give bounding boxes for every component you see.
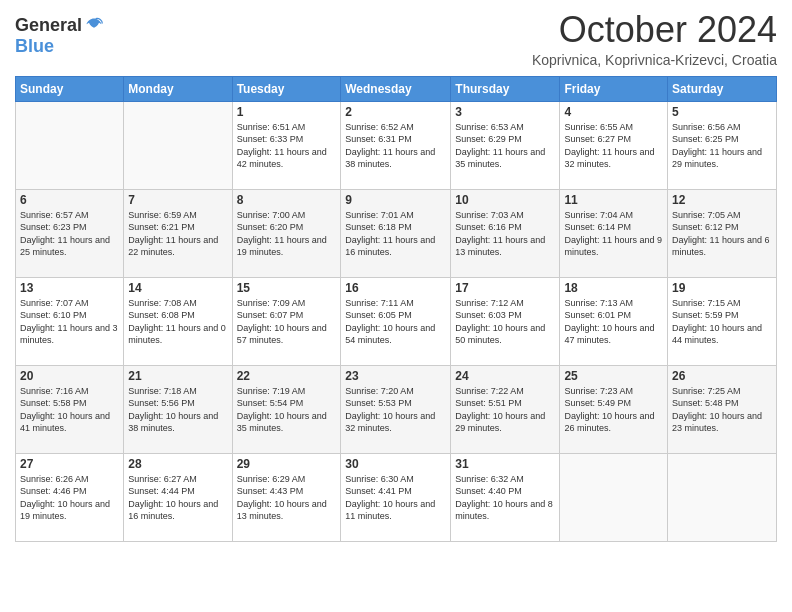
day-info: Sunrise: 6:56 AM Sunset: 6:25 PM Dayligh… (672, 121, 772, 171)
day-number: 21 (128, 369, 227, 383)
day-number: 29 (237, 457, 337, 471)
day-number: 4 (564, 105, 663, 119)
day-number: 17 (455, 281, 555, 295)
calendar-cell: 14Sunrise: 7:08 AM Sunset: 6:08 PM Dayli… (124, 277, 232, 365)
calendar-cell: 13Sunrise: 7:07 AM Sunset: 6:10 PM Dayli… (16, 277, 124, 365)
day-number: 11 (564, 193, 663, 207)
day-number: 19 (672, 281, 772, 295)
day-info: Sunrise: 7:23 AM Sunset: 5:49 PM Dayligh… (564, 385, 663, 435)
day-info: Sunrise: 7:09 AM Sunset: 6:07 PM Dayligh… (237, 297, 337, 347)
day-info: Sunrise: 6:53 AM Sunset: 6:29 PM Dayligh… (455, 121, 555, 171)
calendar-cell (16, 101, 124, 189)
day-info: Sunrise: 6:32 AM Sunset: 4:40 PM Dayligh… (455, 473, 555, 523)
weekday-header-tuesday: Tuesday (232, 76, 341, 101)
day-number: 3 (455, 105, 555, 119)
day-number: 20 (20, 369, 119, 383)
calendar-cell: 4Sunrise: 6:55 AM Sunset: 6:27 PM Daylig… (560, 101, 668, 189)
calendar-cell: 17Sunrise: 7:12 AM Sunset: 6:03 PM Dayli… (451, 277, 560, 365)
day-number: 27 (20, 457, 119, 471)
calendar-cell: 16Sunrise: 7:11 AM Sunset: 6:05 PM Dayli… (341, 277, 451, 365)
calendar-cell: 25Sunrise: 7:23 AM Sunset: 5:49 PM Dayli… (560, 365, 668, 453)
day-info: Sunrise: 7:16 AM Sunset: 5:58 PM Dayligh… (20, 385, 119, 435)
day-number: 24 (455, 369, 555, 383)
day-info: Sunrise: 7:07 AM Sunset: 6:10 PM Dayligh… (20, 297, 119, 347)
day-info: Sunrise: 7:01 AM Sunset: 6:18 PM Dayligh… (345, 209, 446, 259)
weekday-header-wednesday: Wednesday (341, 76, 451, 101)
day-info: Sunrise: 6:51 AM Sunset: 6:33 PM Dayligh… (237, 121, 337, 171)
day-info: Sunrise: 7:03 AM Sunset: 6:16 PM Dayligh… (455, 209, 555, 259)
month-title: October 2024 (532, 10, 777, 50)
calendar-week-row: 1Sunrise: 6:51 AM Sunset: 6:33 PM Daylig… (16, 101, 777, 189)
calendar-cell: 20Sunrise: 7:16 AM Sunset: 5:58 PM Dayli… (16, 365, 124, 453)
day-number: 13 (20, 281, 119, 295)
calendar-cell (124, 101, 232, 189)
day-info: Sunrise: 7:22 AM Sunset: 5:51 PM Dayligh… (455, 385, 555, 435)
logo-blue-text: Blue (15, 36, 54, 57)
logo-general-text: General (15, 15, 82, 36)
day-number: 6 (20, 193, 119, 207)
day-info: Sunrise: 7:04 AM Sunset: 6:14 PM Dayligh… (564, 209, 663, 259)
calendar-week-row: 6Sunrise: 6:57 AM Sunset: 6:23 PM Daylig… (16, 189, 777, 277)
weekday-header-row: SundayMondayTuesdayWednesdayThursdayFrid… (16, 76, 777, 101)
location: Koprivnica, Koprivnica-Krizevci, Croatia (532, 52, 777, 68)
day-number: 30 (345, 457, 446, 471)
calendar-cell: 30Sunrise: 6:30 AM Sunset: 4:41 PM Dayli… (341, 453, 451, 541)
calendar-cell: 31Sunrise: 6:32 AM Sunset: 4:40 PM Dayli… (451, 453, 560, 541)
day-info: Sunrise: 6:59 AM Sunset: 6:21 PM Dayligh… (128, 209, 227, 259)
calendar-cell: 12Sunrise: 7:05 AM Sunset: 6:12 PM Dayli… (668, 189, 777, 277)
calendar-cell: 28Sunrise: 6:27 AM Sunset: 4:44 PM Dayli… (124, 453, 232, 541)
calendar: SundayMondayTuesdayWednesdayThursdayFrid… (15, 76, 777, 542)
day-info: Sunrise: 7:08 AM Sunset: 6:08 PM Dayligh… (128, 297, 227, 347)
day-info: Sunrise: 6:30 AM Sunset: 4:41 PM Dayligh… (345, 473, 446, 523)
calendar-cell (668, 453, 777, 541)
day-number: 10 (455, 193, 555, 207)
calendar-cell: 5Sunrise: 6:56 AM Sunset: 6:25 PM Daylig… (668, 101, 777, 189)
calendar-cell: 1Sunrise: 6:51 AM Sunset: 6:33 PM Daylig… (232, 101, 341, 189)
day-number: 22 (237, 369, 337, 383)
calendar-cell: 22Sunrise: 7:19 AM Sunset: 5:54 PM Dayli… (232, 365, 341, 453)
calendar-cell: 6Sunrise: 6:57 AM Sunset: 6:23 PM Daylig… (16, 189, 124, 277)
day-info: Sunrise: 7:12 AM Sunset: 6:03 PM Dayligh… (455, 297, 555, 347)
day-info: Sunrise: 6:29 AM Sunset: 4:43 PM Dayligh… (237, 473, 337, 523)
weekday-header-sunday: Sunday (16, 76, 124, 101)
weekday-header-monday: Monday (124, 76, 232, 101)
day-number: 28 (128, 457, 227, 471)
calendar-cell: 21Sunrise: 7:18 AM Sunset: 5:56 PM Dayli… (124, 365, 232, 453)
logo-bird-icon (84, 16, 104, 36)
weekday-header-friday: Friday (560, 76, 668, 101)
calendar-cell: 10Sunrise: 7:03 AM Sunset: 6:16 PM Dayli… (451, 189, 560, 277)
calendar-week-row: 13Sunrise: 7:07 AM Sunset: 6:10 PM Dayli… (16, 277, 777, 365)
calendar-cell: 18Sunrise: 7:13 AM Sunset: 6:01 PM Dayli… (560, 277, 668, 365)
calendar-cell: 23Sunrise: 7:20 AM Sunset: 5:53 PM Dayli… (341, 365, 451, 453)
calendar-cell (560, 453, 668, 541)
day-info: Sunrise: 6:26 AM Sunset: 4:46 PM Dayligh… (20, 473, 119, 523)
day-info: Sunrise: 7:00 AM Sunset: 6:20 PM Dayligh… (237, 209, 337, 259)
calendar-cell: 9Sunrise: 7:01 AM Sunset: 6:18 PM Daylig… (341, 189, 451, 277)
header: General Blue October 2024 Koprivnica, Ko… (15, 10, 777, 68)
calendar-cell: 11Sunrise: 7:04 AM Sunset: 6:14 PM Dayli… (560, 189, 668, 277)
day-number: 25 (564, 369, 663, 383)
day-info: Sunrise: 7:15 AM Sunset: 5:59 PM Dayligh… (672, 297, 772, 347)
day-info: Sunrise: 6:55 AM Sunset: 6:27 PM Dayligh… (564, 121, 663, 171)
calendar-week-row: 27Sunrise: 6:26 AM Sunset: 4:46 PM Dayli… (16, 453, 777, 541)
day-number: 5 (672, 105, 772, 119)
day-number: 31 (455, 457, 555, 471)
day-info: Sunrise: 7:20 AM Sunset: 5:53 PM Dayligh… (345, 385, 446, 435)
day-info: Sunrise: 7:19 AM Sunset: 5:54 PM Dayligh… (237, 385, 337, 435)
day-number: 12 (672, 193, 772, 207)
calendar-cell: 24Sunrise: 7:22 AM Sunset: 5:51 PM Dayli… (451, 365, 560, 453)
calendar-cell: 7Sunrise: 6:59 AM Sunset: 6:21 PM Daylig… (124, 189, 232, 277)
day-number: 9 (345, 193, 446, 207)
day-number: 26 (672, 369, 772, 383)
day-number: 16 (345, 281, 446, 295)
day-number: 7 (128, 193, 227, 207)
title-section: October 2024 Koprivnica, Koprivnica-Kriz… (532, 10, 777, 68)
calendar-cell: 8Sunrise: 7:00 AM Sunset: 6:20 PM Daylig… (232, 189, 341, 277)
page: General Blue October 2024 Koprivnica, Ko… (0, 0, 792, 612)
calendar-cell: 3Sunrise: 6:53 AM Sunset: 6:29 PM Daylig… (451, 101, 560, 189)
day-number: 14 (128, 281, 227, 295)
day-number: 8 (237, 193, 337, 207)
day-info: Sunrise: 7:18 AM Sunset: 5:56 PM Dayligh… (128, 385, 227, 435)
day-info: Sunrise: 7:11 AM Sunset: 6:05 PM Dayligh… (345, 297, 446, 347)
calendar-cell: 29Sunrise: 6:29 AM Sunset: 4:43 PM Dayli… (232, 453, 341, 541)
